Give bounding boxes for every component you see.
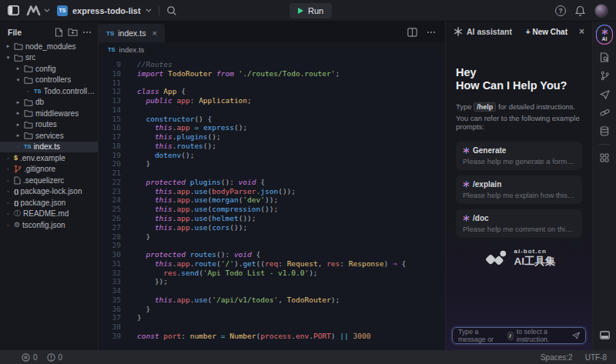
code-line-26[interactable]: 26 this.app.use(helmet()); <box>99 214 445 223</box>
file-icon <box>14 176 21 185</box>
user-avatar[interactable] <box>594 4 608 18</box>
plugins-tab[interactable] <box>599 107 611 119</box>
file-item-middlewares[interactable]: ▸middlewares <box>0 108 98 119</box>
bullet: • <box>5 165 12 172</box>
line-number: 29 <box>99 241 121 250</box>
code-line-27[interactable]: 27 this.app.use(cors()); <box>99 223 445 232</box>
source-control-tab[interactable] <box>599 70 611 82</box>
file-label: .gitignore <box>24 165 55 173</box>
file-item-config[interactable]: ▸config <box>0 63 98 75</box>
code-line-19[interactable]: 19 dotenv(); <box>99 151 445 160</box>
greeting-line1: Hey <box>456 66 582 79</box>
file-item-controllers[interactable]: ▾controllers <box>0 75 98 86</box>
code-line-17[interactable]: 17 this.plugins(); <box>99 132 445 142</box>
file-label: controllers <box>35 75 71 84</box>
code-line-29[interactable]: 29 <box>99 241 445 250</box>
line-number: 17 <box>99 132 121 142</box>
code-line-24[interactable]: 24 this.app.use(morgan('dev')); <box>99 195 445 205</box>
more-actions-button[interactable] <box>427 31 436 34</box>
file-item-readme.md[interactable]: •ⓘREADME.md <box>0 209 98 220</box>
file-item-.env.example[interactable]: •$.env.example <box>0 152 98 164</box>
prompt-cards: GeneratePlease help me generate a form c… <box>456 142 582 238</box>
file-item-package.json[interactable]: •{ }package.json <box>0 197 98 209</box>
warnings-indicator[interactable]: 0 <box>47 353 63 362</box>
file-item-todo.controller.ts[interactable]: •TSTodo.controller.ts <box>0 85 98 97</box>
file-item-index.ts[interactable]: •TSindex.ts <box>0 142 98 153</box>
code-line-22[interactable]: 22 protected plugins(): void { <box>99 178 445 187</box>
close-tab-icon[interactable]: × <box>152 28 156 38</box>
notifications-bell-icon[interactable] <box>575 5 585 16</box>
code-line-11[interactable]: 11 <box>99 78 445 88</box>
apps-tab[interactable] <box>599 152 611 163</box>
breadcrumb[interactable]: TS index.ts <box>99 42 445 57</box>
file-item-src[interactable]: ▾src <box>0 52 98 64</box>
code-line-28[interactable]: 28 } <box>99 232 445 242</box>
file-item-tsconfig.json[interactable]: •⚙tsconfig.json <box>0 219 98 231</box>
encoding-setting[interactable]: UTF-8 <box>585 353 607 362</box>
tab-label: index.ts <box>118 28 146 38</box>
code-line-21[interactable]: 21 <box>99 169 445 178</box>
errors-indicator[interactable]: 0 <box>22 353 38 362</box>
prompt-description: Please help me comment on this code. <box>463 225 575 233</box>
new-file-button[interactable] <box>55 28 63 37</box>
split-editor-button[interactable] <box>407 28 417 37</box>
ai-assistant-tab[interactable]: AI <box>596 25 613 45</box>
file-item-package-lock.json[interactable]: •{ }package-lock.json <box>0 186 98 198</box>
toggle-panel-button[interactable] <box>599 329 611 341</box>
new-folder-button[interactable] <box>68 28 78 36</box>
code-line-32[interactable]: 32 res.send('Api Todo List - v1.0.0'); <box>99 269 445 278</box>
deploy-tab[interactable] <box>599 88 611 100</box>
run-button[interactable]: Run <box>290 3 332 18</box>
database-tab[interactable] <box>599 125 611 137</box>
code-line-30[interactable]: 30 protected routes(): void { <box>99 250 445 259</box>
more-options-button[interactable] <box>82 31 92 34</box>
project-selector[interactable]: TS express-todo-list <box>57 5 152 16</box>
docs-tab[interactable] <box>599 52 611 63</box>
code-line-18[interactable]: 18 this.routes(); <box>99 142 445 151</box>
close-panel-icon[interactable]: × <box>579 26 584 37</box>
chat-input[interactable]: Type a message or / to select a instruct… <box>452 327 586 344</box>
code-line-33[interactable]: 33 }); <box>99 277 445 286</box>
tab-index-ts[interactable]: TS index.ts × <box>99 24 165 42</box>
sparkle-icon <box>463 147 470 154</box>
code-line-16[interactable]: 16 this.app = express(); <box>99 123 445 132</box>
sparkle-icon <box>463 181 470 188</box>
code-line-13[interactable]: 13 public app: Application; <box>99 96 445 105</box>
code-line-35[interactable]: 35 this.app.use('/api/v1/todos', TodoRou… <box>99 296 445 305</box>
prompt-card-explain[interactable]: /explainPlease help me explain how this … <box>456 175 582 204</box>
file-item-routes[interactable]: ▸routes <box>0 119 98 131</box>
file-label: routes <box>35 120 57 129</box>
file-item-node-modules[interactable]: ▸node_modules <box>0 41 98 52</box>
code-line-12[interactable]: 12class App { <box>99 87 445 96</box>
help-icon[interactable]: ? <box>555 5 566 16</box>
sidebar-toggle-button[interactable] <box>8 5 19 15</box>
file-item-db[interactable]: ▸db <box>0 97 98 109</box>
code-line-20[interactable]: 20 } <box>99 159 445 169</box>
new-chat-button[interactable]: + New Chat <box>526 28 567 36</box>
code-line-9[interactable]: 9//Routes <box>99 60 445 69</box>
code-line-23[interactable]: 23 this.app.use(bodyParser.json()); <box>99 187 445 196</box>
search-button[interactable] <box>166 5 177 16</box>
code-line-14[interactable]: 14 <box>99 105 445 115</box>
file-item-.gitignore[interactable]: •.gitignore <box>0 164 98 175</box>
send-icon[interactable] <box>572 331 580 340</box>
prompt-card-doc[interactable]: /docPlease help me comment on this code. <box>456 209 582 238</box>
code-line-39[interactable]: 39const port: number = Number(process.en… <box>99 332 445 341</box>
ai-bot-logo-icon <box>483 249 509 268</box>
code-line-15[interactable]: 15 constructor() { <box>99 115 445 124</box>
code-line-38[interactable]: 38 <box>99 322 445 332</box>
code-line-36[interactable]: 36 } <box>99 305 445 314</box>
file-item-.sequelizerc[interactable]: •.sequelizerc <box>0 175 98 186</box>
code-line-10[interactable]: 10import TodoRouter from './routes/Todo.… <box>99 69 445 78</box>
error-icon <box>22 353 30 362</box>
code-line-31[interactable]: 31 this.app.route('/').get((req: Request… <box>99 259 445 269</box>
file-item-services[interactable]: ▸services <box>0 130 98 142</box>
code-line-34[interactable]: 34 <box>99 286 445 296</box>
code-line-37[interactable]: 37} <box>99 313 445 322</box>
file-label: .sequelizerc <box>23 176 64 185</box>
code-line-25[interactable]: 25 this.app.use(compression()); <box>99 205 445 214</box>
code-area[interactable]: 9//Routes10import TodoRouter from './rou… <box>99 57 445 341</box>
prompt-card-generate[interactable]: GeneratePlease help me generate a form c… <box>456 142 582 170</box>
indentation-setting[interactable]: Spaces:2 <box>541 353 573 362</box>
app-logo-menu[interactable] <box>26 5 50 15</box>
